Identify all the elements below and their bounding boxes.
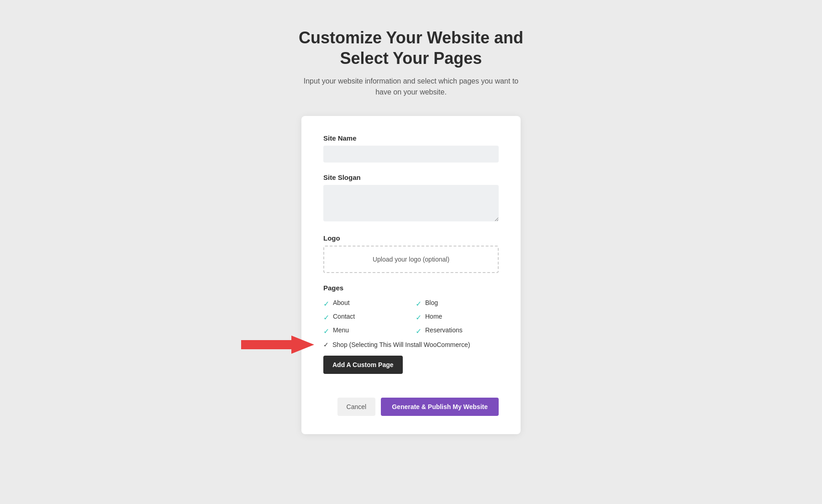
page-item-menu[interactable]: ✓ Menu xyxy=(323,326,406,336)
page-subtitle: Input your website information and selec… xyxy=(301,76,521,98)
add-custom-page-wrapper: Add A Custom Page xyxy=(323,356,499,387)
check-icon-about: ✓ xyxy=(323,299,329,308)
site-name-label: Site Name xyxy=(323,134,499,142)
page-item-blog[interactable]: ✓ Blog xyxy=(416,299,499,308)
form-actions: Cancel Generate & Publish My Website xyxy=(323,398,499,416)
generate-publish-button[interactable]: Generate & Publish My Website xyxy=(381,398,499,416)
page-header: Customize Your Website and Select Your P… xyxy=(299,27,523,98)
page-item-home[interactable]: ✓ Home xyxy=(416,313,499,322)
site-name-input[interactable] xyxy=(323,146,499,163)
red-arrow-icon xyxy=(241,333,314,356)
check-icon-reservations: ✓ xyxy=(416,327,422,336)
site-slogan-field: Site Slogan xyxy=(323,173,499,223)
check-icon-shop: ✓ xyxy=(323,341,329,348)
page-item-shop[interactable]: ✓ Shop (Selecting This Will Install WooC… xyxy=(323,341,499,348)
cancel-button[interactable]: Cancel xyxy=(337,398,376,416)
add-custom-page-button[interactable]: Add A Custom Page xyxy=(323,356,403,374)
logo-field: Logo Upload your logo (optional) xyxy=(323,234,499,273)
page-title: Customize Your Website and Select Your P… xyxy=(299,27,523,68)
pages-section: Pages ✓ About ✓ Blog ✓ Contact ✓ Home xyxy=(323,284,499,387)
page-label-blog: Blog xyxy=(425,299,438,306)
check-icon-home: ✓ xyxy=(416,313,422,322)
page-label-home: Home xyxy=(425,313,442,320)
page-item-contact[interactable]: ✓ Contact xyxy=(323,313,406,322)
form-card: Site Name Site Slogan Logo Upload your l… xyxy=(301,116,521,434)
site-name-field: Site Name xyxy=(323,134,499,163)
check-icon-contact: ✓ xyxy=(323,313,329,322)
page-label-menu: Menu xyxy=(333,326,349,334)
page-label-reservations: Reservations xyxy=(425,326,463,334)
logo-upload-button[interactable]: Upload your logo (optional) xyxy=(323,246,499,273)
check-icon-blog: ✓ xyxy=(416,299,422,308)
page-item-reservations[interactable]: ✓ Reservations xyxy=(416,326,499,336)
check-icon-menu: ✓ xyxy=(323,327,329,336)
page-label-contact: Contact xyxy=(333,313,355,320)
page-item-about[interactable]: ✓ About xyxy=(323,299,406,308)
pages-grid: ✓ About ✓ Blog ✓ Contact ✓ Home ✓ Menu xyxy=(323,299,499,336)
logo-label: Logo xyxy=(323,234,499,242)
page-label-about: About xyxy=(333,299,350,306)
shop-row-wrapper: ✓ Shop (Selecting This Will Install WooC… xyxy=(323,341,499,348)
pages-label: Pages xyxy=(323,284,499,292)
svg-marker-0 xyxy=(241,336,314,354)
page-label-shop: Shop (Selecting This Will Install WooCom… xyxy=(332,341,470,348)
site-slogan-input[interactable] xyxy=(323,185,499,221)
site-slogan-label: Site Slogan xyxy=(323,173,499,181)
